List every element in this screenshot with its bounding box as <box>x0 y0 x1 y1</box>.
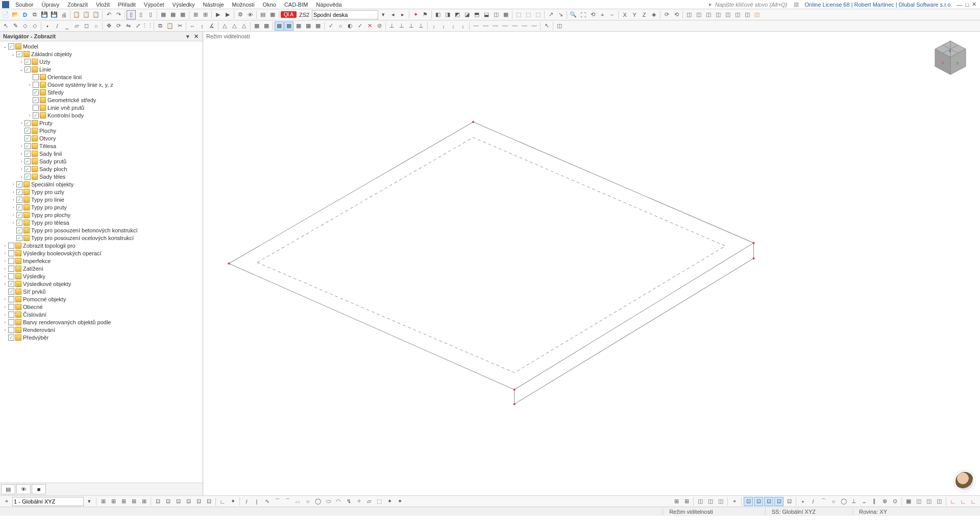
osnap1-icon[interactable]: / <box>242 497 251 506</box>
panel-toggle-icon[interactable]: ▥ <box>791 1 802 8</box>
load1-icon[interactable]: ↓ <box>429 21 438 31</box>
menu-moznosti[interactable]: Možnosti <box>228 1 259 9</box>
chk2-icon[interactable]: ○ <box>336 21 345 31</box>
calc-icon[interactable]: ▶ <box>213 10 223 19</box>
tree-checkbox[interactable] <box>24 166 31 172</box>
menu-napoveda[interactable]: Nápověda <box>312 1 346 9</box>
zoom-prev-icon[interactable]: ⟲ <box>588 10 597 19</box>
snap2-icon[interactable]: ⊞ <box>109 497 118 506</box>
pick1-icon[interactable]: ◇ <box>20 21 30 31</box>
cut-icon[interactable]: ✂ <box>175 21 184 31</box>
paste2-icon[interactable]: 📋 <box>165 21 175 31</box>
info-icon[interactable]: ◫ <box>555 21 564 31</box>
osnap16-icon[interactable]: ✦ <box>395 497 404 506</box>
load3-icon[interactable]: ↓ <box>449 21 458 31</box>
ext8-icon[interactable]: ▦ <box>501 10 510 19</box>
ext4-icon[interactable]: ◪ <box>462 10 472 19</box>
tree-checkbox[interactable] <box>8 289 14 295</box>
r-grid1-icon[interactable]: ⊞ <box>672 497 681 506</box>
tree-item[interactable]: ›Kontrolní body <box>0 111 203 119</box>
osnap4-icon[interactable]: ⌒ <box>273 497 282 506</box>
cs-icon[interactable]: ⌖ <box>2 497 11 506</box>
expand-closed-icon[interactable]: › <box>2 297 8 302</box>
viewport[interactable]: Režim viditelnosti x <box>203 32 980 495</box>
vis-icon[interactable]: 👁 <box>246 10 255 19</box>
expand-closed-icon[interactable]: › <box>10 220 16 225</box>
tree-checkbox[interactable] <box>8 296 14 302</box>
res4-icon[interactable]: 〰 <box>500 21 509 31</box>
cursor2-icon[interactable]: ↖ <box>542 21 551 31</box>
sup1-icon[interactable]: ⊥ <box>387 21 397 31</box>
r-snap4-icon[interactable]: ⊡ <box>774 497 783 506</box>
save-all-icon[interactable]: 💾 <box>50 10 59 19</box>
pin-icon[interactable]: ✦ <box>411 10 420 19</box>
tree-item[interactable]: ›Obecné <box>0 303 203 311</box>
tree-item[interactable]: ›Výsledky <box>0 272 203 280</box>
render2-icon[interactable]: ◫ <box>694 10 703 19</box>
cursor-icon[interactable]: ↖ <box>1 21 10 31</box>
tree-item[interactable]: ›Sady ploch <box>0 165 203 173</box>
expand-closed-icon[interactable]: › <box>27 82 33 87</box>
tree-item[interactable]: Geometrické středy <box>0 96 203 104</box>
tree-item[interactable]: ›Sady prutů <box>0 157 203 165</box>
edit-icon[interactable]: ✎ <box>11 21 20 31</box>
tree-checkbox[interactable] <box>16 227 22 233</box>
open-icon[interactable]: ○ <box>91 21 101 31</box>
r-end4-icon[interactable]: ◫ <box>935 497 944 506</box>
arrow1-icon[interactable]: ↗ <box>546 10 555 19</box>
tree-item[interactable]: ›Číslování <box>0 311 203 318</box>
tree-checkbox[interactable] <box>16 51 22 57</box>
tree-checkbox[interactable] <box>24 128 31 134</box>
render8-icon[interactable]: ◫ <box>752 10 762 19</box>
expand-closed-icon[interactable]: › <box>18 174 24 179</box>
tree-item[interactable]: ›Uzly <box>0 58 203 65</box>
zoom-in-icon[interactable]: + <box>598 10 607 19</box>
tree-checkbox[interactable] <box>8 319 14 325</box>
tree-checkbox[interactable] <box>8 312 14 318</box>
viewy-icon[interactable]: Y <box>630 10 639 19</box>
expand-closed-icon[interactable]: › <box>2 304 8 309</box>
r-vis2-icon[interactable]: ◫ <box>706 497 715 506</box>
render6-icon[interactable]: ◫ <box>733 10 742 19</box>
chk1-icon[interactable]: ✓ <box>326 21 335 31</box>
tree-checkbox[interactable] <box>8 250 14 256</box>
menu-vysledky[interactable]: Výsledky <box>168 1 199 9</box>
flag-icon[interactable]: ⚑ <box>421 10 430 19</box>
snap6-icon[interactable]: ⊡ <box>153 497 162 506</box>
r-end3-icon[interactable]: ◫ <box>924 497 934 506</box>
ortho-icon[interactable]: ∟ <box>218 497 227 506</box>
grid1-icon[interactable]: ▦ <box>159 10 168 19</box>
tree-item[interactable]: ⌄Model <box>0 42 203 50</box>
tree-item[interactable]: ›Pomocné objekty <box>0 295 203 303</box>
zoom-extent-icon[interactable]: ⛶ <box>578 10 587 19</box>
open-file-icon[interactable]: 📂 <box>11 10 20 19</box>
plugin-d-icon[interactable]: D <box>20 10 30 19</box>
tree-checkbox[interactable] <box>16 197 22 203</box>
undo-icon[interactable]: ↶ <box>104 10 113 19</box>
r-vis3-icon[interactable]: ◫ <box>716 497 725 506</box>
navigator-close-icon[interactable]: ✕ <box>192 33 200 40</box>
tree-checkbox[interactable] <box>24 158 31 164</box>
snap4-icon[interactable]: ⊞ <box>129 497 138 506</box>
expand-closed-icon[interactable]: › <box>27 113 33 118</box>
r-snap5-icon[interactable]: ⊡ <box>785 497 794 506</box>
tree-checkbox[interactable] <box>8 327 14 333</box>
copy2-icon[interactable]: ⧉ <box>156 21 165 31</box>
tree-item[interactable]: Předvýběr <box>0 333 203 341</box>
tree-item[interactable]: ›Osové systémy linie x, y, z <box>0 81 203 88</box>
r-obj4-icon[interactable]: ○ <box>829 497 838 506</box>
new-file-icon[interactable]: 📄 <box>1 10 10 19</box>
close-icon[interactable]: ✕ <box>970 1 978 8</box>
surf-icon[interactable]: ▱ <box>72 21 81 31</box>
tree-checkbox[interactable] <box>8 273 14 279</box>
tree-item[interactable]: ›Speciální objekty <box>0 180 203 188</box>
res1-icon[interactable]: 〰 <box>471 21 480 31</box>
tree-item[interactable]: ›Typy pro linie <box>0 196 203 203</box>
tree-item[interactable]: Typy pro posouzení betonových konstrukcí <box>0 226 203 234</box>
chk6-icon[interactable]: ⊘ <box>375 21 384 31</box>
polar-icon[interactable]: ✦ <box>228 497 237 506</box>
tree-checkbox[interactable] <box>24 66 31 73</box>
maximize-icon[interactable]: □ <box>964 2 970 8</box>
menu-priradit[interactable]: Přiřadit <box>114 1 140 9</box>
lc-prev-icon[interactable]: ◂ <box>388 10 398 19</box>
